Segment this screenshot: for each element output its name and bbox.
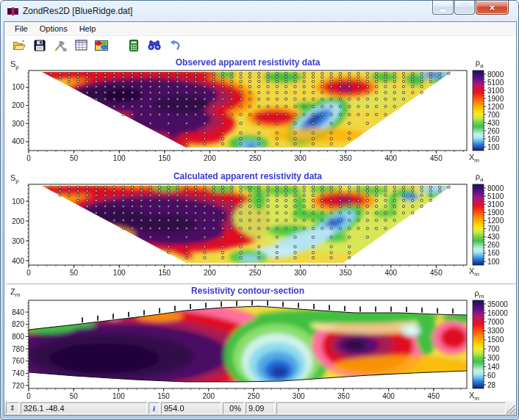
window-title: ZondRes2D [BlueRidge.dat] (23, 6, 132, 16)
svg-text:50: 50 (70, 154, 79, 162)
menu-item-help[interactable]: Help (74, 23, 102, 35)
svg-text:3100: 3100 (487, 200, 504, 209)
svg-text:200: 200 (204, 154, 216, 162)
charts-canvas: 0501001502002503003504004501002003004008… (4, 57, 516, 402)
svg-text:0: 0 (26, 392, 31, 400)
toolbar-button-calculator[interactable] (125, 38, 143, 56)
svg-text:300: 300 (487, 354, 500, 362)
close-button[interactable]: × (476, 1, 509, 15)
toolbar-button-save-file[interactable] (31, 38, 49, 56)
svg-text:100: 100 (487, 143, 500, 151)
svg-text:300: 300 (294, 269, 307, 277)
svg-text:0: 0 (26, 154, 31, 162)
observed-y-axis-label: Sp (10, 59, 19, 70)
resize-grip[interactable] (507, 405, 515, 414)
svg-text:820: 820 (12, 320, 24, 328)
svg-text:1900: 1900 (487, 209, 504, 217)
toolbar (4, 36, 516, 57)
svg-text:700: 700 (487, 225, 500, 233)
model-y-axis-label: Zm (10, 287, 20, 298)
svg-text:200: 200 (202, 392, 215, 400)
svg-text:800: 800 (12, 333, 24, 341)
panel-splitter[interactable] (6, 284, 516, 285)
svg-text:700: 700 (487, 345, 500, 353)
toolbar-button-data-table[interactable] (72, 38, 90, 56)
calculated-colorbar-label: ρa (469, 172, 490, 183)
svg-text:28: 28 (487, 381, 496, 389)
svg-text:400: 400 (12, 137, 24, 145)
svg-text:260: 260 (487, 127, 500, 135)
svg-text:400: 400 (384, 154, 397, 162)
svg-text:740: 740 (12, 369, 24, 377)
svg-text:450: 450 (430, 269, 443, 277)
svg-text:7000: 7000 (487, 318, 504, 326)
calculated-x-axis-label: Xm (469, 267, 479, 278)
calculated-title: Calculated apparent resistivity data (29, 171, 467, 181)
svg-text:50: 50 (70, 392, 79, 400)
svg-text:400: 400 (384, 269, 397, 277)
svg-text:150: 150 (157, 392, 170, 400)
close-icon: × (490, 1, 495, 14)
svg-text:350: 350 (340, 269, 352, 277)
svg-text:350: 350 (340, 154, 352, 162)
model-title: Resistivity contour-section (29, 286, 467, 296)
svg-text:3100: 3100 (487, 87, 504, 95)
charts-area: 0501001502002503003504004501002003004008… (4, 57, 516, 402)
toolbar-button-binoculars[interactable] (146, 38, 163, 56)
maximize-button[interactable] (454, 1, 475, 15)
caption-buttons: × (432, 1, 509, 15)
svg-text:200: 200 (204, 269, 216, 277)
toolbar-button-open-file[interactable] (10, 38, 28, 56)
binoculars-icon (148, 40, 161, 54)
svg-text:160: 160 (487, 249, 500, 257)
toolbar-button-model-image[interactable] (93, 38, 110, 56)
status-misfit: 9.09 (246, 402, 275, 414)
minimize-button[interactable] (432, 1, 454, 15)
svg-text:200: 200 (12, 101, 24, 109)
status-spacer (276, 402, 506, 414)
svg-text:250: 250 (249, 269, 262, 277)
svg-text:140: 140 (487, 363, 500, 371)
menu-item-file[interactable]: File (9, 23, 34, 35)
svg-text:160: 160 (487, 135, 500, 143)
calculator-icon (129, 40, 138, 54)
status-progress: 0% (223, 402, 244, 414)
model-colorbar-label: ρm (469, 289, 490, 300)
observed-title: Observed apparent resistivity data (29, 57, 467, 68)
svg-text:300: 300 (12, 120, 24, 128)
svg-text:8000: 8000 (487, 70, 504, 79)
svg-text:100: 100 (113, 154, 126, 162)
svg-text:840: 840 (12, 308, 24, 316)
observed-colorbar-label: ρa (469, 58, 490, 69)
open-file-icon (12, 40, 26, 54)
app-icon (7, 6, 18, 15)
svg-text:100: 100 (113, 269, 126, 277)
status-value: 954.0 (161, 402, 221, 414)
svg-text:720: 720 (12, 382, 24, 390)
calculated-y-axis-label: Sp (10, 173, 19, 184)
observed-x-axis-label: Xm (469, 153, 479, 164)
status-coordinates: 326.1 -48.4 (21, 402, 147, 414)
svg-text:1200: 1200 (487, 103, 504, 111)
svg-text:3300: 3300 (487, 327, 504, 335)
status-bar: ⇕ 326.1 -48.4 i 954.0 0% 9.09 (4, 400, 516, 415)
svg-text:150: 150 (158, 154, 171, 162)
tools-icon (54, 40, 67, 54)
svg-text:150: 150 (158, 269, 171, 277)
save-file-icon (34, 40, 46, 54)
svg-text:16000: 16000 (487, 309, 508, 317)
svg-text:430: 430 (487, 119, 500, 127)
svg-text:200: 200 (12, 217, 24, 225)
svg-text:300: 300 (294, 154, 307, 162)
svg-text:700: 700 (487, 111, 500, 119)
toolbar-button-tools[interactable] (51, 38, 69, 56)
svg-text:250: 250 (248, 392, 260, 400)
svg-text:50: 50 (70, 269, 79, 277)
title-bar[interactable]: ZondRes2D [BlueRidge.dat] × (1, 1, 518, 21)
toolbar-button-undo[interactable] (166, 38, 184, 56)
svg-text:250: 250 (249, 154, 262, 162)
svg-text:1200: 1200 (487, 217, 504, 225)
cursor-mode-icon: ⇕ (6, 402, 19, 414)
app-window: ZondRes2D [BlueRidge.dat] × FileOptionsH… (0, 0, 519, 420)
menu-item-options[interactable]: Options (34, 23, 74, 35)
